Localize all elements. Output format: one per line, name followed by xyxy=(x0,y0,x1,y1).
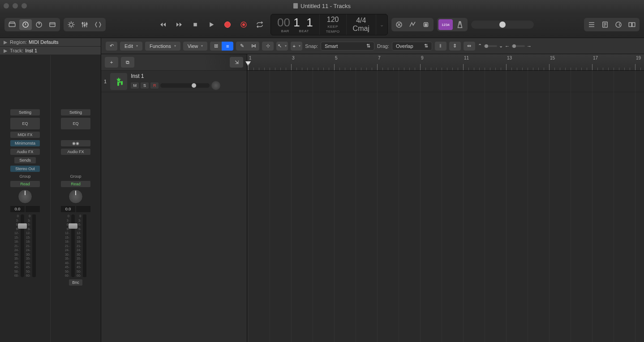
region-header[interactable]: ▶ Region:MIDI Defaults xyxy=(0,38,101,47)
ruler[interactable]: 135791113151719 xyxy=(247,54,644,71)
catch-button[interactable]: ⊹ xyxy=(262,42,274,51)
lcd-expand-icon[interactable]: ⌄ xyxy=(376,14,387,35)
track-pan-knob[interactable] xyxy=(211,81,220,90)
flex-icon[interactable]: ⋈ xyxy=(248,42,259,51)
automation-segment[interactable]: ✎ ⋈ xyxy=(236,42,259,51)
right-panel-group xyxy=(584,18,640,31)
track-volume-slider[interactable] xyxy=(160,83,210,88)
instrument-slot[interactable]: Minimonsta xyxy=(10,140,40,146)
hzoom-in-icon[interactable]: → xyxy=(527,43,532,49)
record-button[interactable] xyxy=(220,18,235,31)
capture-button[interactable] xyxy=(236,18,251,31)
smart-controls-button[interactable] xyxy=(65,19,77,30)
view-mode-segment[interactable]: ⊞ ≡ xyxy=(210,42,233,51)
track-lane[interactable] xyxy=(247,71,644,92)
vzoom-out-icon[interactable]: ⌃ xyxy=(478,43,482,49)
browser-button[interactable] xyxy=(626,19,638,30)
eq-slot[interactable]: EQ xyxy=(61,118,90,129)
loops-button[interactable] xyxy=(612,19,625,30)
bounce-button[interactable]: Bnc xyxy=(69,279,82,286)
svg-point-4 xyxy=(69,23,73,26)
output-slot[interactable]: Stereo Out xyxy=(10,166,40,172)
pan-value[interactable]: 0.0 xyxy=(61,206,75,212)
audiofx-slot[interactable]: Audio FX xyxy=(10,149,40,155)
minimize-icon[interactable] xyxy=(13,3,18,9)
forward-button[interactable] xyxy=(172,18,186,31)
track-row[interactable]: 1 Inst 1 M S R xyxy=(101,71,247,92)
grid-view-icon[interactable]: ⊞ xyxy=(210,42,222,51)
setting-slot[interactable]: Setting xyxy=(10,109,40,115)
toolbar-button[interactable] xyxy=(46,19,59,30)
transport-controls xyxy=(156,18,267,31)
sends-slot[interactable]: Sends xyxy=(14,157,36,163)
volume-fader[interactable] xyxy=(21,214,24,277)
help-button[interactable] xyxy=(33,19,45,30)
timeline[interactable]: 135791113151719 xyxy=(247,54,644,342)
disclosure-triangle-icon[interactable]: ▶ xyxy=(4,48,7,54)
setting-slot[interactable]: Setting xyxy=(61,109,90,115)
stereo-slot[interactable]: ◉◉ xyxy=(61,140,90,146)
vzoom-in-icon[interactable]: ⌄ xyxy=(499,43,503,49)
pointer-tool[interactable]: ↖ xyxy=(276,42,288,51)
list-view-icon[interactable]: ≡ xyxy=(222,42,233,51)
play-button[interactable] xyxy=(204,18,219,31)
hzoom-slider[interactable] xyxy=(511,45,525,47)
disclosure-triangle-icon[interactable]: ▶ xyxy=(4,39,7,45)
vzoom-icon[interactable]: ⇕ xyxy=(449,42,461,51)
edit-menu[interactable]: Edit xyxy=(120,42,142,51)
master-volume-slider[interactable] xyxy=(471,21,534,29)
tracks-menubar: ↶ Edit Functions View ⊞ ≡ ✎ ⋈ ⊹ ↖ + Snap… xyxy=(101,38,644,54)
group-label[interactable]: Group xyxy=(19,174,30,179)
mixer-button[interactable] xyxy=(78,19,91,30)
hzoom-out-icon[interactable]: ← xyxy=(505,43,510,49)
alt-tool[interactable]: + xyxy=(291,42,302,51)
duplicate-track-button[interactable]: ⧉ xyxy=(121,57,134,68)
stop-button[interactable] xyxy=(188,18,202,31)
back-button[interactable]: ↶ xyxy=(106,42,117,51)
notepad-button[interactable] xyxy=(599,19,611,30)
automation-mode[interactable]: Read xyxy=(61,181,90,187)
snap-select[interactable]: Smart⇅ xyxy=(321,42,374,51)
rewind-button[interactable] xyxy=(156,18,170,31)
solo-button[interactable]: S xyxy=(420,19,432,30)
level-meter xyxy=(32,214,36,277)
traffic-lights[interactable] xyxy=(4,3,27,9)
inspector-button[interactable] xyxy=(19,19,32,30)
record-enable-button[interactable]: R xyxy=(150,82,159,89)
mute-button[interactable]: M xyxy=(131,82,139,89)
autopunch-button[interactable] xyxy=(406,19,419,30)
list-editors-button[interactable] xyxy=(585,19,598,30)
vzoom-slider[interactable] xyxy=(484,45,497,47)
track-icon[interactable] xyxy=(110,73,127,90)
view-menu[interactable]: View xyxy=(183,42,208,51)
group-label[interactable]: Group xyxy=(70,174,81,179)
track-name[interactable]: Inst 1 xyxy=(131,73,244,79)
drag-select[interactable]: Overlap⇅ xyxy=(392,42,432,51)
track-area: + ⧉ ⇲ 1 Inst 1 M S R xyxy=(101,54,644,342)
waveform-zoom-icon[interactable]: ⫴ xyxy=(435,42,447,51)
library-button[interactable] xyxy=(6,19,18,30)
solo-button[interactable]: S xyxy=(141,82,149,89)
midifx-slot[interactable]: MIDI FX xyxy=(10,132,40,138)
close-icon[interactable] xyxy=(4,3,9,9)
hzoom-icon[interactable]: ⇔ xyxy=(464,42,475,51)
global-tracks-button[interactable]: ⇲ xyxy=(230,57,243,68)
metronome-button[interactable] xyxy=(454,19,466,30)
add-track-button[interactable]: + xyxy=(105,57,118,68)
pan-knob[interactable] xyxy=(18,189,32,204)
zoom-icon[interactable] xyxy=(21,3,27,9)
volume-fader[interactable] xyxy=(71,214,75,277)
pan-knob[interactable] xyxy=(69,189,83,204)
lcd-display[interactable]: 00 1 1BAR BEAT 120KEEPTEMPO 4/4Cmaj ⌄ xyxy=(270,14,388,35)
cycle-button[interactable] xyxy=(253,18,267,31)
countin-button[interactable]: 1234 xyxy=(438,19,453,30)
automation-mode[interactable]: Read xyxy=(10,181,40,187)
pan-value[interactable]: 0.0 xyxy=(10,206,25,212)
eq-slot[interactable]: EQ xyxy=(10,118,40,129)
functions-menu[interactable]: Functions xyxy=(145,42,180,51)
replace-button[interactable] xyxy=(393,19,405,30)
editors-button[interactable] xyxy=(92,19,104,30)
audiofx-slot[interactable]: Audio FX xyxy=(61,149,90,155)
track-header[interactable]: ▶ Track:Inst 1 xyxy=(0,47,101,55)
automation-icon[interactable]: ✎ xyxy=(236,42,248,51)
